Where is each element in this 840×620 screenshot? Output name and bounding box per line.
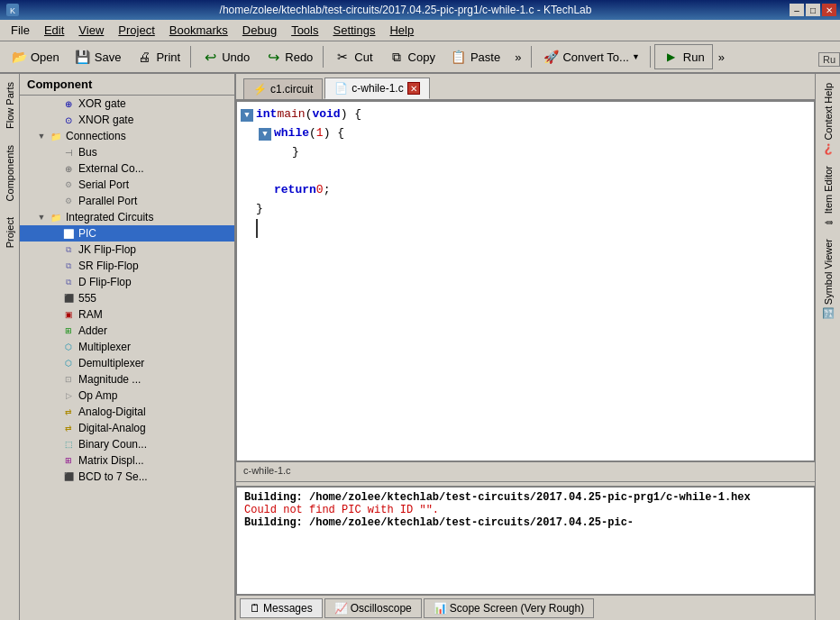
list-item[interactable]: 🔲 PIC <box>20 225 234 242</box>
fold-button[interactable]: ▼ <box>259 128 271 141</box>
list-item[interactable]: ⊕ External Co... <box>20 160 234 177</box>
output-panel[interactable]: Building: /home/zolee/ktechlab/test-circ… <box>236 487 815 595</box>
item-label: D Flip-Flop <box>78 276 132 288</box>
list-item[interactable]: ⧉ JK Flip-Flop <box>20 242 234 258</box>
redo-button[interactable]: Redo <box>258 44 319 69</box>
menu-project[interactable]: Project <box>111 22 161 39</box>
expander: ▼ <box>36 131 47 141</box>
list-item[interactable]: ⊞ Matrix Displ... <box>20 452 234 469</box>
item-label: JK Flip-Flop <box>78 243 136 256</box>
list-item[interactable]: ⧉ D Flip-Flop <box>20 274 234 290</box>
menu-debug[interactable]: Debug <box>235 22 284 39</box>
expander <box>49 423 59 433</box>
convert-icon <box>542 48 560 66</box>
menu-help[interactable]: Help <box>382 22 421 39</box>
folder-icon: 📁 <box>49 210 63 224</box>
toolbar: Open Save Print Undo Redo Cut Copy Paste… <box>0 41 840 74</box>
list-item[interactable]: ⚙ Parallel Port <box>20 193 234 209</box>
list-item[interactable]: ⬚ Binary Coun... <box>20 436 234 452</box>
list-item[interactable]: ⊞ Adder <box>20 323 234 339</box>
tab-close-button[interactable]: ✕ <box>407 82 420 95</box>
tab-cwhile1[interactable]: c-while-1.c ✕ <box>324 78 429 99</box>
list-item[interactable]: ⇄ Analog-Digital <box>20 404 234 420</box>
btab-label: Oscilloscope <box>351 602 412 615</box>
copy-icon <box>388 48 406 66</box>
expander <box>49 260 59 271</box>
tab-components[interactable]: Components <box>1 137 19 209</box>
menu-view[interactable]: View <box>71 22 111 39</box>
undo-button[interactable]: Undo <box>195 44 256 69</box>
list-item[interactable]: ⊣ Bus <box>20 144 234 160</box>
list-item[interactable]: ▷ Op Amp <box>20 388 234 404</box>
menu-file[interactable]: File <box>4 22 37 39</box>
run-icon <box>662 48 680 66</box>
tab-oscilloscope[interactable]: 📈 Oscilloscope <box>324 598 422 618</box>
cut-icon <box>333 48 352 66</box>
component-panel: Component ⊕ XOR gate ⊙ XNOR gate ▼ 📁 Con… <box>20 74 236 620</box>
list-item[interactable]: ▼ 📁 Integrated Circuits <box>20 209 234 225</box>
code-content[interactable]: ▼ int main(void) { ▼ while (1) { } <box>237 102 814 460</box>
tab-c1circuit[interactable]: c1.circuit <box>243 78 323 99</box>
list-item[interactable]: ⬡ Multiplexer <box>20 339 234 355</box>
fold-button[interactable]: ▼ <box>241 109 253 122</box>
code-icon <box>334 82 348 95</box>
cut-label: Cut <box>354 50 372 64</box>
panel-context-help[interactable]: ❓ Context Help <box>820 78 836 160</box>
list-item[interactable]: ▣ RAM <box>20 306 234 323</box>
tab-project[interactable]: Project <box>1 209 19 256</box>
open-button[interactable]: Open <box>4 44 66 69</box>
tab-messages[interactable]: 🗒 Messages <box>240 598 323 618</box>
maximize-button[interactable]: □ <box>806 4 820 16</box>
run-button[interactable]: Run <box>654 44 713 69</box>
component-icon: ⊙ <box>61 113 76 127</box>
menu-settings[interactable]: Settings <box>325 22 382 39</box>
component-icon: ⊣ <box>61 145 76 160</box>
close-button[interactable]: ✕ <box>822 4 836 16</box>
list-item[interactable]: ⬡ Demultiplexer <box>20 355 234 371</box>
expander <box>49 374 59 385</box>
more-button[interactable]: » <box>508 44 527 69</box>
titlebar-title: /home/zolee/ktechlab/test-circuits/2017.… <box>220 4 592 16</box>
menu-bookmarks[interactable]: Bookmarks <box>162 22 235 39</box>
item-label: XNOR gate <box>78 114 133 126</box>
paste-button[interactable]: Paste <box>443 44 507 69</box>
scope-icon: 📊 <box>434 602 447 615</box>
code-line: ▼ while (1) { <box>241 124 810 143</box>
code-editor[interactable]: ▼ int main(void) { ▼ while (1) { } <box>236 101 815 461</box>
menu-edit[interactable]: Edit <box>37 22 71 39</box>
code-line: } <box>241 200 810 219</box>
cut-button[interactable]: Cut <box>327 44 379 69</box>
list-item[interactable]: ⇄ Digital-Analog <box>20 420 234 436</box>
tab-scope-screen[interactable]: 📊 Scope Screen (Very Rough) <box>424 598 594 618</box>
list-item[interactable]: ⊙ XNOR gate <box>20 112 234 128</box>
list-item[interactable]: ⊡ Magnitude ... <box>20 371 234 388</box>
item-label: Digital-Analog <box>78 422 146 434</box>
component-icon: ⊕ <box>61 96 76 111</box>
panel-label: Context Help <box>823 83 834 141</box>
save-button[interactable]: Save <box>68 44 128 69</box>
list-item[interactable]: ⬛ 555 <box>20 290 234 306</box>
main-area: Flow Parts Components Project Component … <box>0 74 840 620</box>
tree-container[interactable]: ⊕ XOR gate ⊙ XNOR gate ▼ 📁 Connections ⊣… <box>20 96 234 620</box>
editor-statusbar: c-while-1.c <box>236 461 815 481</box>
run-more-button[interactable]: » <box>715 44 728 69</box>
list-item[interactable]: ▼ 📁 Connections <box>20 128 234 144</box>
list-item[interactable]: ⬛ BCD to 7 Se... <box>20 469 234 485</box>
list-item[interactable]: ⊕ XOR gate <box>20 96 234 112</box>
undo-label: Undo <box>222 50 250 64</box>
oscilloscope-icon: 📈 <box>334 602 348 615</box>
convert-button[interactable]: Convert To... ▼ <box>535 44 645 69</box>
print-button[interactable]: Print <box>129 44 187 69</box>
copy-button[interactable]: Copy <box>381 44 442 69</box>
panel-item-editor[interactable]: ✏ Item Editor <box>821 160 835 233</box>
run-overflow: Ru <box>818 52 840 67</box>
component-icon: ⊞ <box>61 453 76 468</box>
menu-tools[interactable]: Tools <box>284 22 325 39</box>
list-item[interactable]: ⧉ SR Flip-Flop <box>20 258 234 274</box>
expander: ▼ <box>36 212 47 223</box>
list-item[interactable]: ⚙ Serial Port <box>20 177 234 193</box>
code-line: return 0; <box>241 181 810 200</box>
tab-flow-parts[interactable]: Flow Parts <box>1 74 19 137</box>
minimize-button[interactable]: – <box>790 4 804 16</box>
panel-symbol-viewer[interactable]: 🔣 Symbol Viewer <box>820 233 836 324</box>
